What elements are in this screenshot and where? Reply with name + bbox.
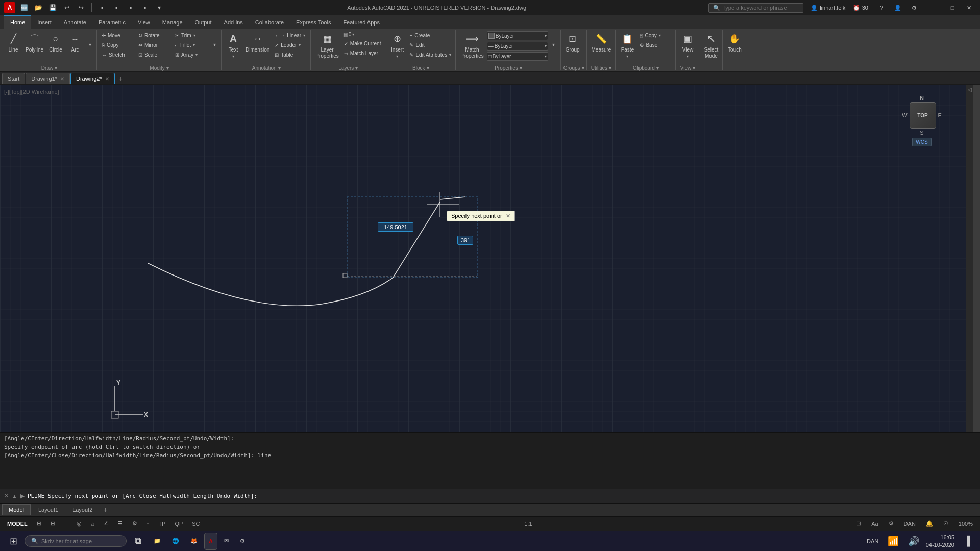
ducs-btn[interactable]: ☰ bbox=[115, 518, 126, 530]
add-doc-tab-btn[interactable]: + bbox=[115, 73, 127, 84]
btn-view[interactable]: ▣ View ▾ bbox=[678, 31, 697, 63]
tab-addins[interactable]: Add-ins bbox=[218, 15, 249, 29]
btn-line[interactable]: ╱ Line bbox=[4, 31, 22, 63]
doc-tab-drawing2-close[interactable]: ✕ bbox=[105, 76, 109, 82]
tab-manage[interactable]: Manage bbox=[156, 15, 189, 29]
qat-extra1[interactable]: ▪ bbox=[96, 2, 108, 13]
volume-btn[interactable]: 🔊 bbox=[904, 532, 923, 550]
tab-featuredapps[interactable]: Featured Apps bbox=[337, 15, 386, 29]
ortho-btn[interactable]: ≡ bbox=[61, 518, 70, 530]
view-group-label[interactable]: View ▾ bbox=[678, 64, 697, 72]
angle-popup[interactable]: 39° bbox=[457, 236, 473, 245]
qp-btn[interactable]: QP bbox=[172, 518, 186, 530]
btn-circle[interactable]: ○ Circle bbox=[46, 31, 65, 63]
clipboard-group-label[interactable]: Clipboard ▾ bbox=[618, 64, 673, 72]
properties-group-label[interactable]: Properties ▾ bbox=[458, 64, 558, 72]
tab-home[interactable]: Home bbox=[4, 15, 31, 29]
layer-dropdown[interactable]: ▦ 0 ▾ bbox=[342, 31, 383, 38]
btn-stretch[interactable]: ↔Stretch bbox=[100, 50, 135, 59]
wcs-label[interactable]: WCS bbox=[912, 138, 931, 146]
block-group-label[interactable]: Block ▾ bbox=[388, 64, 453, 72]
btn-array[interactable]: ⊞Array▾ bbox=[173, 50, 209, 59]
draw-group-label[interactable]: Draw ▾ bbox=[4, 64, 94, 72]
tab-insert[interactable]: Insert bbox=[31, 15, 58, 29]
btn-base[interactable]: ⊕Base bbox=[638, 40, 673, 49]
annotation-scale-btn[interactable]: Aa bbox=[868, 518, 881, 530]
modify-more-btn[interactable]: ▾ bbox=[210, 31, 219, 63]
otrack-btn[interactable]: ∠ bbox=[101, 518, 112, 530]
signin-btn[interactable]: 👤 bbox=[891, 3, 905, 13]
btn-trim[interactable]: ✂Trim▾ bbox=[173, 31, 209, 40]
btn-group[interactable]: ⊡ Group bbox=[564, 31, 582, 63]
qat-redo[interactable]: ↪ bbox=[76, 2, 87, 13]
start-btn[interactable]: ⊞ bbox=[4, 532, 22, 550]
qat-save[interactable]: 💾 bbox=[47, 2, 58, 13]
draw-more-btn[interactable]: ▾ bbox=[85, 31, 94, 63]
qat-extra2[interactable]: ▪ bbox=[111, 2, 122, 13]
maximize-btn[interactable]: □ bbox=[945, 3, 960, 13]
taskbar-firefox[interactable]: 🦊 bbox=[186, 533, 202, 550]
modify-group-label[interactable]: Modify ▾ bbox=[100, 64, 219, 72]
drawing-canvas[interactable]: [-][Top][2D Wireframe] bbox=[0, 85, 973, 432]
btn-mirror[interactable]: ⇔Mirror bbox=[136, 40, 172, 49]
notifications-btn[interactable]: 🔔 bbox=[923, 518, 936, 530]
model-tab-layout1[interactable]: Layout1 bbox=[32, 504, 65, 515]
cmd-close-btn[interactable]: ✕ bbox=[4, 493, 9, 499]
tab-expresstools[interactable]: Express Tools bbox=[290, 15, 337, 29]
right-panel-btn1[interactable]: ◁ bbox=[968, 87, 972, 92]
btn-scale[interactable]: ⊡Scale bbox=[136, 50, 172, 59]
color-dropdown[interactable]: ByLayer ▾ bbox=[487, 31, 548, 40]
linetype-dropdown[interactable]: — ByLayer ▾ bbox=[487, 42, 548, 51]
help-btn[interactable]: ? bbox=[874, 3, 889, 13]
qat-open[interactable]: 📂 bbox=[33, 2, 44, 13]
doc-tab-drawing1-close[interactable]: ✕ bbox=[60, 76, 64, 82]
close-btn[interactable]: ✕ bbox=[962, 3, 976, 13]
btn-linear[interactable]: ←→Linear▾ bbox=[273, 31, 308, 40]
lineweight-dropdown[interactable]: □ ByLayer ▾ bbox=[487, 52, 548, 61]
btn-edit-attr[interactable]: ✎Edit Attributes▾ bbox=[407, 50, 453, 59]
model-tab-layout2[interactable]: Layout2 bbox=[66, 504, 99, 515]
btn-leader[interactable]: ↗Leader▾ bbox=[273, 40, 308, 49]
btn-move[interactable]: ✛Move bbox=[100, 31, 135, 40]
tab-more[interactable]: ⋯ bbox=[386, 15, 404, 29]
viewcube-cube[interactable]: TOP bbox=[910, 102, 936, 129]
btn-match-properties[interactable]: ⟹ MatchProperties bbox=[458, 31, 486, 63]
btn-polyline[interactable]: ⌒ Polyline bbox=[23, 31, 45, 63]
zoom-percent-btn[interactable]: 100% bbox=[955, 518, 976, 530]
taskbar-edge[interactable]: 🌐 bbox=[167, 533, 184, 550]
viewport-tools-btn[interactable]: ⊡ bbox=[853, 518, 864, 530]
grid-btn[interactable]: ⊞ bbox=[34, 518, 44, 530]
utilities-group-label[interactable]: Utilities ▾ bbox=[590, 64, 614, 72]
btn-text[interactable]: A Text ▾ bbox=[224, 31, 242, 63]
btn-rotate[interactable]: ↻Rotate bbox=[136, 31, 172, 40]
taskbar-autocad[interactable]: A bbox=[204, 533, 217, 550]
doc-tab-drawing2[interactable]: Drawing2* ✕ bbox=[70, 73, 115, 84]
taskbar-explorer[interactable]: 📁 bbox=[149, 533, 165, 550]
show-desktop-btn[interactable]: ▐ bbox=[958, 532, 976, 550]
taskview-btn[interactable]: ⧉ bbox=[129, 532, 147, 550]
lang-btn[interactable]: DAN bbox=[864, 532, 882, 550]
btn-select-mode[interactable]: ↖ SelectMode bbox=[702, 31, 720, 63]
title-search-input[interactable] bbox=[722, 5, 799, 11]
dyn-btn[interactable]: ⚙ bbox=[129, 518, 140, 530]
lw-btn[interactable]: ↑ bbox=[143, 518, 153, 530]
sc-btn[interactable]: SC bbox=[189, 518, 203, 530]
btn-fillet[interactable]: ⌐Fillet▾ bbox=[173, 40, 209, 49]
properties-more-btn[interactable]: ▾ bbox=[549, 31, 558, 63]
network-btn[interactable]: 📶 bbox=[884, 532, 902, 550]
cmd-expand-btn[interactable]: ▲ bbox=[12, 493, 17, 499]
btn-paste[interactable]: 📋 Paste ▾ bbox=[618, 31, 636, 63]
tab-annotate[interactable]: Annotate bbox=[58, 15, 92, 29]
osnap-btn[interactable]: ⌂ bbox=[88, 518, 97, 530]
add-layout-btn[interactable]: + bbox=[100, 505, 110, 515]
qat-dropdown[interactable]: ▾ bbox=[154, 2, 165, 13]
btn-create[interactable]: +Create bbox=[407, 31, 453, 40]
btn-copy[interactable]: ⎘Copy bbox=[100, 40, 135, 49]
minimize-btn[interactable]: ─ bbox=[929, 3, 943, 13]
qat-new[interactable]: 🆕 bbox=[18, 2, 30, 13]
btn-measure[interactable]: 📏 Measure bbox=[590, 31, 614, 63]
btn-arc[interactable]: ⌣ Arc bbox=[66, 31, 84, 63]
taskbar-mail[interactable]: ✉ bbox=[219, 533, 233, 550]
taskbar-app9[interactable]: ⚙ bbox=[235, 533, 250, 550]
title-search[interactable]: 🔍 bbox=[708, 3, 803, 13]
